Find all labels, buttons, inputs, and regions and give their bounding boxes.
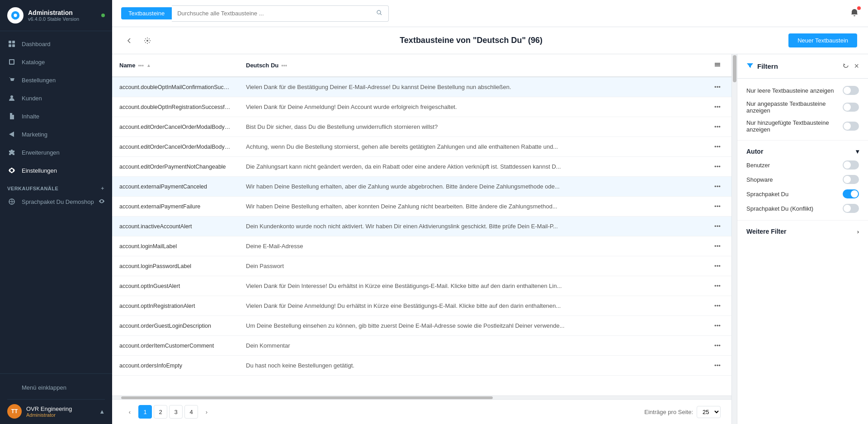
prev-page-button[interactable]: ‹ bbox=[123, 405, 137, 419]
per-page-select[interactable]: 25 bbox=[697, 406, 721, 418]
table-scroll[interactable]: Name ••• ▲ Deutsch Du ••• bbox=[112, 54, 731, 396]
table-row: account.inactiveAccountAlert Dein Kunden… bbox=[112, 217, 731, 236]
filter-angepasste-label: Nur angepasste Textbausteine anzeigen bbox=[746, 100, 843, 114]
add-sales-channel-button[interactable]: ＋ bbox=[100, 185, 105, 192]
sidebar-item-einstellungen[interactable]: Einstellungen bbox=[0, 161, 112, 179]
search-input-wrap bbox=[172, 5, 389, 22]
svg-rect-2 bbox=[12, 41, 15, 43]
row-value-cell: Wir haben Deine Bestellung erhalten, abe… bbox=[239, 177, 703, 197]
sidebar-item-kataloge[interactable]: Kataloge bbox=[0, 53, 112, 71]
app-version: v6.4.0.0 Stable Version bbox=[28, 16, 79, 22]
row-actions-button[interactable]: ••• bbox=[711, 261, 724, 271]
filter-sprachpaket-toggle[interactable] bbox=[843, 189, 859, 198]
page-settings-button[interactable] bbox=[141, 34, 154, 47]
row-actions-button[interactable]: ••• bbox=[711, 82, 724, 92]
row-name-cell: account.editOrderPaymentNotChangeable bbox=[112, 157, 239, 177]
row-actions-cell: ••• bbox=[703, 197, 731, 217]
page-4-button[interactable]: 4 bbox=[184, 405, 198, 419]
row-actions-cell: ••• bbox=[703, 236, 731, 256]
row-name-cell: account.doubleOptInRegistrationSuccessfu… bbox=[112, 97, 239, 117]
page-2-button[interactable]: 2 bbox=[154, 405, 167, 419]
notification-badge bbox=[857, 6, 861, 10]
pagination-bar: ‹ 1 2 3 4 › Einträge pro Seite: 25 bbox=[112, 399, 731, 424]
sidebar-nav: Dashboard Kataloge Bestellungen Kunden I… bbox=[0, 31, 112, 373]
row-name-cell: account.doubleOptInMailConfirmationSucce… bbox=[112, 77, 239, 97]
row-actions-button[interactable]: ••• bbox=[711, 360, 724, 371]
sidebar-item-label: Kataloge bbox=[22, 59, 45, 66]
table-row: account.optInGuestAlert Vielen Dank für … bbox=[112, 276, 731, 296]
row-actions-button[interactable]: ••• bbox=[711, 161, 724, 172]
row-value-cell: Vielen Dank für Deine Anmeldung! Dein Ac… bbox=[239, 97, 703, 117]
row-name-cell: account.externalPaymentFailure bbox=[112, 197, 239, 217]
svg-rect-11 bbox=[715, 66, 720, 66]
row-actions-button[interactable]: ••• bbox=[711, 320, 724, 331]
filter-header: Filtern × bbox=[737, 54, 868, 79]
filter-sprachpaket-konflikt-toggle[interactable] bbox=[843, 204, 859, 213]
content-area: Textbausteine von "Deutsch Du" (96) Neue… bbox=[112, 27, 868, 424]
row-actions-button[interactable]: ••• bbox=[711, 201, 724, 212]
row-actions-button[interactable]: ••• bbox=[711, 301, 724, 311]
row-actions-button[interactable]: ••• bbox=[711, 340, 724, 351]
horizontal-scrollbar[interactable] bbox=[112, 396, 731, 399]
row-value-cell: Um Deine Bestellung einsehen zu können, … bbox=[239, 316, 703, 336]
row-actions-button[interactable]: ••• bbox=[711, 281, 724, 291]
filter-reset-button[interactable] bbox=[842, 62, 849, 71]
user-menu[interactable]: TT OVR Engineering Administrator ▲ bbox=[7, 399, 105, 419]
col-value-options[interactable]: ••• bbox=[281, 62, 287, 69]
new-textbaustein-button[interactable]: Neuer Textbaustein bbox=[788, 33, 857, 47]
page-1-button[interactable]: 1 bbox=[138, 405, 152, 419]
svg-rect-9 bbox=[715, 63, 720, 64]
sidebar-item-inhalte[interactable]: Inhalte bbox=[0, 107, 112, 125]
filter-empty-toggle[interactable] bbox=[843, 86, 859, 95]
collapse-menu-button[interactable]: Menü einklappen bbox=[7, 379, 105, 396]
row-actions-button[interactable]: ••• bbox=[711, 181, 724, 192]
user-info: OVR Engineering Administrator bbox=[26, 405, 72, 418]
sidebar-item-marketing[interactable]: Marketing bbox=[0, 125, 112, 143]
svg-rect-3 bbox=[9, 44, 11, 47]
filter-row-sprachpaket-konflikt: Sprachpaket Du (Konflikt) bbox=[746, 204, 859, 213]
table-columns-button[interactable] bbox=[711, 60, 724, 71]
row-name-cell: account.editOrderCancelOrderModalBodyTex… bbox=[112, 137, 239, 157]
sidebar-item-kunden[interactable]: Kunden bbox=[0, 89, 112, 107]
table-container: Name ••• ▲ Deutsch Du ••• bbox=[112, 54, 868, 424]
filter-row-empty: Nur leere Textbausteine anzeigen bbox=[746, 86, 859, 95]
filter-close-button[interactable]: × bbox=[854, 61, 859, 71]
row-value-cell: Dein Passwort bbox=[239, 256, 703, 276]
filter-hinzugefuegte-label: Nur hinzugefügte Textbausteine anzeigen bbox=[746, 119, 843, 133]
back-button[interactable] bbox=[123, 34, 136, 47]
sidebar-item-erweiterungen[interactable]: Erweiterungen bbox=[0, 143, 112, 161]
row-name-cell: account.orderGuestLoginDescription bbox=[112, 316, 239, 336]
svg-rect-10 bbox=[715, 64, 720, 65]
page-3-button[interactable]: 3 bbox=[169, 405, 183, 419]
row-actions-button[interactable]: ••• bbox=[711, 122, 724, 132]
table-row: account.ordersInfoEmpty Du hast noch kei… bbox=[112, 356, 731, 376]
sidebar-item-dashboard[interactable]: Dashboard bbox=[0, 35, 112, 53]
autor-group-title[interactable]: Autor ▾ bbox=[746, 148, 859, 155]
next-page-button[interactable]: › bbox=[200, 405, 213, 419]
search-tab-textbausteine[interactable]: Textbausteine bbox=[121, 7, 172, 19]
filter-angepasste-toggle[interactable] bbox=[843, 103, 859, 112]
search-input[interactable] bbox=[177, 10, 376, 17]
vertical-scrollbar[interactable] bbox=[731, 54, 737, 424]
row-actions-button[interactable]: ••• bbox=[711, 102, 724, 112]
table-row: account.editOrderPaymentNotChangeable Di… bbox=[112, 157, 731, 177]
filter-sprachpaket-konflikt-label: Sprachpaket Du (Konflikt) bbox=[746, 205, 813, 212]
bestellungen-icon bbox=[7, 75, 16, 85]
pagination-controls: ‹ 1 2 3 4 › bbox=[123, 405, 213, 419]
col-name-options[interactable]: ••• bbox=[138, 62, 144, 69]
row-name-cell: account.ordersInfoEmpty bbox=[112, 356, 239, 376]
notifications-button[interactable] bbox=[850, 8, 859, 19]
row-actions-button[interactable]: ••• bbox=[711, 241, 724, 251]
user-name: OVR Engineering bbox=[26, 405, 72, 412]
sidebar-item-bestellungen[interactable]: Bestellungen bbox=[0, 71, 112, 89]
row-name-cell: account.optInGuestAlert bbox=[112, 276, 239, 296]
filter-shopware-toggle[interactable] bbox=[843, 175, 859, 184]
sidebar-item-sprachpaket[interactable]: Sprachpaket Du Demoshop bbox=[0, 193, 112, 210]
row-actions-button[interactable]: ••• bbox=[711, 141, 724, 152]
filter-hinzugefuegte-toggle[interactable] bbox=[843, 122, 859, 131]
row-actions-button[interactable]: ••• bbox=[711, 221, 724, 231]
weitere-filter-section[interactable]: Weitere Filter › bbox=[737, 221, 868, 242]
visibility-toggle-icon[interactable] bbox=[99, 198, 105, 206]
collapse-label: Menü einklappen bbox=[22, 384, 66, 391]
filter-benutzer-toggle[interactable] bbox=[843, 160, 859, 170]
